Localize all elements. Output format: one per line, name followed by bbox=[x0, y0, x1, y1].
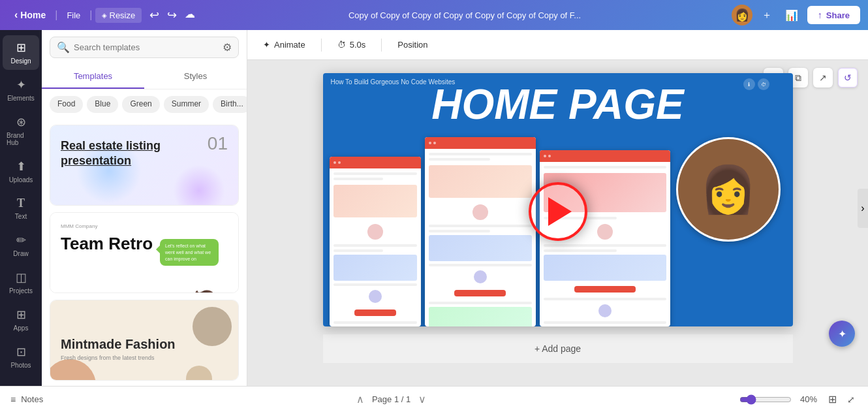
tag-food[interactable]: Food bbox=[50, 96, 83, 113]
elements-icon: ✦ bbox=[16, 78, 26, 92]
figure-illustration: 🧑 bbox=[189, 291, 228, 293]
home-label: Home bbox=[20, 10, 46, 20]
tag-blue[interactable]: Blue bbox=[87, 96, 118, 113]
duration-button[interactable]: ⏱ 5.0s bbox=[332, 37, 371, 52]
slide-inner: How To Build Gorgeous No Code Websites ℹ… bbox=[323, 73, 793, 326]
mockup-avatar2 bbox=[598, 304, 612, 317]
home-button[interactable]: ‹ Home bbox=[8, 7, 52, 24]
grid-view-button[interactable]: ⊞ bbox=[826, 390, 839, 408]
sidebar-item-label: Draw bbox=[13, 250, 28, 257]
user-avatar[interactable]: 👩 bbox=[732, 5, 752, 25]
history-controls: ↩ ↪ ☁ bbox=[147, 7, 198, 24]
speaker-area: 👩 bbox=[670, 137, 786, 326]
mockup-avatar bbox=[597, 224, 613, 240]
search-input[interactable] bbox=[74, 42, 219, 52]
slide-container[interactable]: How To Build Gorgeous No Code Websites ℹ… bbox=[323, 73, 793, 326]
topbar-sep2: | bbox=[89, 9, 92, 21]
mockup-line bbox=[544, 298, 666, 300]
templates-list: 01 Real estate listing presentation BY M… bbox=[42, 119, 247, 386]
sidebar-item-label: Text bbox=[15, 213, 27, 220]
zoom-percentage: 40% bbox=[797, 394, 820, 404]
search-box: 🔍 ⚙ bbox=[50, 37, 239, 58]
notes-button[interactable]: ≡ Notes bbox=[10, 394, 43, 405]
sidebar-item-label: Projects bbox=[9, 287, 33, 294]
page-indicator: Page 1 / 1 bbox=[372, 394, 411, 404]
dot bbox=[429, 142, 431, 144]
tab-templates[interactable]: Templates bbox=[42, 65, 144, 89]
sidebar-item-brand-hub[interactable]: ⊛ Brand Hub bbox=[3, 110, 39, 151]
mockup-line bbox=[333, 172, 417, 175]
sidebar-item-elements[interactable]: ✦ Elements bbox=[3, 72, 39, 107]
template-card-team-retro[interactable]: MMM Company Team Retro Let's reflect on … bbox=[50, 212, 239, 293]
mockup-body bbox=[425, 149, 536, 326]
projects-icon: ◫ bbox=[16, 270, 27, 285]
share-button[interactable]: Share bbox=[807, 6, 860, 24]
prev-page-button[interactable]: ∧ bbox=[356, 393, 364, 405]
animate-button[interactable]: ✦ Animate bbox=[258, 37, 311, 52]
mockup-button bbox=[354, 309, 396, 316]
tag-summer[interactable]: Summer bbox=[164, 96, 209, 113]
play-overlay bbox=[529, 182, 587, 241]
mockup-line bbox=[333, 249, 384, 252]
tag-birthday[interactable]: Birth... bbox=[213, 96, 247, 113]
sidebar-item-apps[interactable]: ⊞ Apps bbox=[3, 302, 39, 337]
sidebar-item-label: Apps bbox=[14, 325, 29, 332]
toolbar-sep2 bbox=[381, 39, 382, 52]
fullscreen-button[interactable]: ⤢ bbox=[845, 392, 858, 407]
sidebar-item-label: Design bbox=[10, 57, 31, 65]
magic-button[interactable]: ✦ bbox=[829, 321, 855, 347]
mockup-header bbox=[330, 157, 421, 168]
canvas-toolbar: ✦ Animate ⏱ 5.0s Position bbox=[247, 30, 868, 60]
undo-button[interactable]: ↩ bbox=[147, 7, 162, 24]
cloud-status: ☁ bbox=[182, 7, 198, 24]
brand-hub-icon: ⊛ bbox=[16, 115, 26, 129]
mockup-line bbox=[333, 321, 417, 324]
add-collaborator-button[interactable]: ＋ bbox=[758, 6, 776, 25]
sidebar-item-text[interactable]: T Text bbox=[3, 191, 39, 225]
animate-icon: ✦ bbox=[263, 40, 270, 50]
tag-list: Food Blue Green Summer Birth... › bbox=[42, 89, 247, 119]
mockup-image2 bbox=[544, 255, 666, 281]
position-button[interactable]: Position bbox=[392, 37, 433, 52]
sidebar-item-photos[interactable]: ⊡ Photos bbox=[3, 340, 39, 374]
template-card-real-estate[interactable]: 01 Real estate listing presentation BY M… bbox=[50, 125, 239, 206]
mockup-line bbox=[544, 244, 666, 247]
template-title: Mintmade Fashion bbox=[61, 337, 228, 352]
export-button[interactable]: ↗ bbox=[813, 68, 833, 87]
analytics-button[interactable]: 📊 bbox=[781, 7, 802, 24]
mockup-line bbox=[429, 264, 532, 266]
play-button[interactable] bbox=[529, 182, 587, 241]
topbar-right: 👩 ＋ 📊 Share bbox=[732, 5, 860, 25]
topbar-sep: | bbox=[55, 9, 57, 21]
next-page-button[interactable]: ∨ bbox=[418, 393, 426, 405]
add-page-button[interactable]: + Add page bbox=[323, 334, 793, 363]
mockup-line bbox=[333, 283, 417, 286]
zoom-slider[interactable] bbox=[739, 394, 792, 405]
sidebar-item-design[interactable]: ⊞ Design bbox=[3, 35, 39, 70]
template-card-mintmade[interactable]: Mintmade Fashion Fresh designs from the … bbox=[50, 300, 239, 381]
filter-icon[interactable]: ⚙ bbox=[223, 41, 232, 54]
right-edge-handle[interactable]: › bbox=[858, 189, 868, 228]
mockup-line bbox=[429, 302, 532, 304]
sidebar-item-uploads[interactable]: ⬆ Uploads bbox=[3, 154, 39, 189]
mockup-line bbox=[544, 249, 617, 252]
sidebar-item-draw[interactable]: ✏ Draw bbox=[3, 228, 39, 262]
sidebar-item-label: Uploads bbox=[9, 176, 33, 183]
canvas-area: ✦ Animate ⏱ 5.0s Position 🔒 ⧉ ↗ ↺ bbox=[247, 30, 868, 386]
search-area: 🔍 ⚙ bbox=[42, 30, 247, 65]
photos-icon: ⊡ bbox=[16, 345, 26, 359]
file-button[interactable]: File bbox=[60, 8, 87, 23]
mockup-line bbox=[333, 244, 417, 247]
resize-button[interactable]: Resize bbox=[95, 8, 142, 23]
redo-button[interactable]: ↪ bbox=[164, 7, 179, 24]
mockup-avatar2 bbox=[369, 290, 382, 303]
refresh-button[interactable]: ↺ bbox=[838, 68, 858, 87]
draw-icon: ✏ bbox=[16, 233, 26, 247]
zoom-controls: 40% ⊞ ⤢ bbox=[739, 390, 858, 408]
tab-styles[interactable]: Styles bbox=[144, 65, 247, 89]
sidebar-item-label: Elements bbox=[7, 95, 35, 102]
tag-green[interactable]: Green bbox=[122, 96, 159, 113]
toolbar-sep1 bbox=[321, 39, 322, 52]
bottombar: ≡ Notes ∧ Page 1 / 1 ∨ 40% ⊞ ⤢ bbox=[0, 386, 868, 412]
sidebar-item-projects[interactable]: ◫ Projects bbox=[3, 265, 39, 300]
